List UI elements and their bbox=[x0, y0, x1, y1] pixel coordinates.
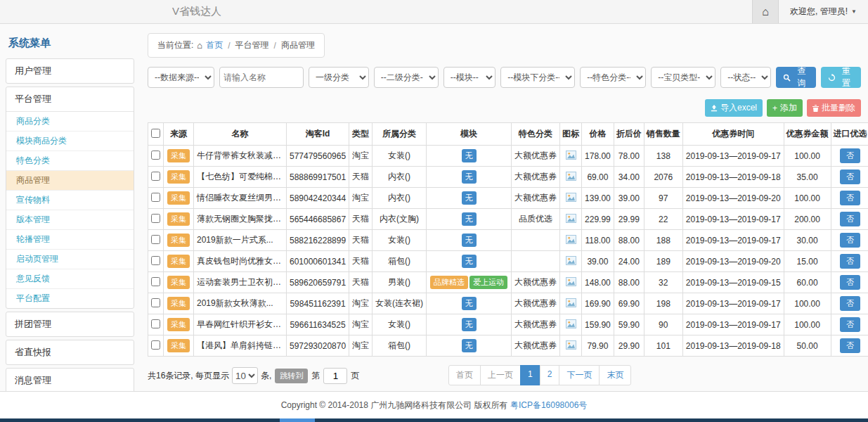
breadcrumb-home-link[interactable]: 首页 bbox=[206, 39, 223, 51]
name-search-input[interactable] bbox=[219, 67, 304, 88]
sidebar-subitem[interactable]: 商品管理 bbox=[6, 171, 134, 191]
source-badge: 采集 bbox=[167, 170, 190, 184]
module-cell: 无 bbox=[427, 167, 512, 188]
sidebar-subitem[interactable]: 版本管理 bbox=[6, 210, 134, 230]
coupon-time-cell: 2019-09-13—2019-09-20 bbox=[682, 251, 784, 272]
row-checkbox[interactable] bbox=[151, 298, 160, 307]
user-menu-button[interactable]: 欢迎您, 管理员! ▼ bbox=[779, 0, 868, 23]
breadcrumb-separator: / bbox=[228, 41, 230, 51]
sidebar-item[interactable]: 拼团管理 bbox=[6, 312, 134, 336]
search-button[interactable]: 查询 bbox=[776, 67, 816, 88]
page-2[interactable]: 2 bbox=[540, 365, 560, 385]
batch-delete-button[interactable]: 批量删除 bbox=[807, 99, 861, 117]
import-select-toggle[interactable]: 否 bbox=[840, 254, 860, 269]
module-subcategory-select[interactable]: --模块下分类-- bbox=[500, 67, 575, 88]
import-select-toggle[interactable]: 否 bbox=[840, 191, 860, 205]
import-select-toggle[interactable]: 否 bbox=[840, 212, 860, 226]
data-source-select[interactable]: --数据来源-- bbox=[148, 67, 214, 88]
sidebar-subitem[interactable]: 特色分类 bbox=[6, 151, 134, 171]
per-page-select[interactable]: 10 bbox=[232, 367, 258, 384]
row-checkbox[interactable] bbox=[151, 235, 160, 244]
table-footer: 共16条记录, 每页显示 10 条, 跳转到 第 页 首页 上一页 1 2 下一… bbox=[148, 365, 861, 386]
sidebar-subitem[interactable]: 轮播管理 bbox=[6, 230, 134, 250]
scrollbar-thumb[interactable] bbox=[280, 418, 315, 422]
page-footer: Copyright © 2014-2018 广州九驰网络科技有限公司 版权所有 … bbox=[0, 391, 868, 418]
coupon-amount-cell: 200.00 bbox=[784, 209, 831, 230]
sidebar-subitem[interactable]: 宣传物料 bbox=[6, 191, 134, 210]
coupon-amount-cell: 35.00 bbox=[784, 167, 831, 188]
page-number-input[interactable] bbox=[323, 368, 347, 384]
icp-link[interactable]: 粤ICP备16098006号 bbox=[510, 400, 587, 410]
reset-button[interactable]: 重置 bbox=[821, 67, 861, 88]
module-badge: 无 bbox=[462, 297, 477, 310]
source-badge: 采集 bbox=[167, 234, 190, 247]
import-select-toggle[interactable]: 否 bbox=[840, 170, 860, 184]
import-select-toggle[interactable]: 否 bbox=[840, 148, 860, 163]
row-checkbox[interactable] bbox=[151, 172, 160, 181]
row-checkbox[interactable] bbox=[151, 193, 160, 202]
source-cell: 采集 bbox=[164, 167, 194, 188]
sidebar-subitem[interactable]: 启动页管理 bbox=[6, 250, 134, 269]
price-cell: 139.00 bbox=[582, 188, 614, 209]
import-select-cell: 否 bbox=[831, 146, 868, 167]
feature-category-select[interactable]: --特色分类-- bbox=[580, 67, 646, 88]
row-checkbox[interactable] bbox=[151, 256, 160, 265]
sidebar-subitem[interactable]: 模块商品分类 bbox=[6, 132, 134, 151]
page-prev[interactable]: 上一页 bbox=[480, 365, 521, 385]
category-cell: 女装() bbox=[373, 146, 427, 167]
source-badge: 采集 bbox=[167, 212, 190, 226]
source-cell: 采集 bbox=[164, 293, 194, 314]
page-1[interactable]: 1 bbox=[520, 365, 540, 385]
sidebar-item-platform-management[interactable]: 平台管理 bbox=[6, 87, 134, 111]
price-cell: 39.00 bbox=[582, 251, 614, 272]
sidebar-item-user-management[interactable]: 用户管理 bbox=[6, 59, 134, 83]
import-select-toggle[interactable]: 否 bbox=[840, 296, 860, 311]
row-checkbox[interactable] bbox=[151, 151, 160, 160]
module-cell: 无 bbox=[427, 293, 512, 314]
import-select-toggle[interactable]: 否 bbox=[840, 233, 860, 248]
page-last[interactable]: 末页 bbox=[599, 365, 631, 385]
coupon-amount-cell: 100.00 bbox=[784, 188, 831, 209]
sidebar-title: 系统菜单 bbox=[6, 32, 134, 58]
col-import-select: 进口优选 bbox=[831, 123, 868, 146]
type-cell: 淘宝 bbox=[349, 314, 373, 335]
page-next[interactable]: 下一页 bbox=[559, 365, 600, 385]
import-select-cell: 否 bbox=[831, 209, 868, 230]
product-name: 薄款无钢圈文胸聚拢性... bbox=[194, 209, 287, 230]
row-checkbox[interactable] bbox=[151, 277, 160, 286]
category-level1-select[interactable]: 一级分类 bbox=[309, 67, 369, 88]
product-thumbnail-icon bbox=[566, 235, 576, 244]
row-checkbox[interactable] bbox=[151, 214, 160, 223]
module-badge: 无 bbox=[462, 170, 477, 184]
sidebar-item[interactable]: 省直快报 bbox=[6, 340, 134, 364]
add-button[interactable]: + 添加 bbox=[767, 99, 803, 117]
sidebar-subitem[interactable]: 商品分类 bbox=[6, 112, 134, 132]
home-button[interactable]: ⌂ bbox=[752, 0, 779, 23]
import-select-toggle[interactable]: 否 bbox=[840, 275, 860, 290]
module-badge: 无 bbox=[462, 318, 477, 331]
feature-cell: 大额优惠券 bbox=[512, 335, 560, 357]
page-first[interactable]: 首页 bbox=[448, 365, 481, 385]
price-cell: 178.00 bbox=[582, 146, 614, 167]
sidebar-item[interactable]: 消息管理 bbox=[6, 369, 134, 392]
import-excel-button[interactable]: 导入excel bbox=[705, 99, 763, 117]
icon-cell bbox=[560, 146, 582, 167]
select-all-checkbox[interactable] bbox=[151, 129, 160, 138]
item-type-select[interactable]: --宝贝类型-- bbox=[651, 67, 715, 88]
horizontal-scrollbar[interactable] bbox=[0, 418, 868, 422]
breadcrumb: 当前位置: ⌂ 首页 / 平台管理 / 商品管理 bbox=[148, 33, 325, 58]
coupon-time-cell: 2019-09-13—2019-09-20 bbox=[682, 188, 784, 209]
sidebar-subitem[interactable]: 平台配置 bbox=[6, 289, 134, 308]
import-select-cell: 否 bbox=[831, 335, 868, 357]
jump-button[interactable]: 跳转到 bbox=[275, 369, 308, 383]
status-select[interactable]: --状态-- bbox=[720, 67, 771, 88]
row-checkbox[interactable] bbox=[151, 319, 160, 328]
category-cell: 内衣() bbox=[373, 188, 427, 209]
category-level2-select[interactable]: --二级分类-- bbox=[374, 67, 439, 88]
module-select[interactable]: --模块-- bbox=[443, 67, 495, 88]
import-select-toggle[interactable]: 否 bbox=[840, 338, 860, 353]
filter-bar: --数据来源-- 一级分类 --二级分类-- --模块-- --模块下分类-- … bbox=[148, 67, 861, 88]
sidebar-subitem[interactable]: 意见反馈 bbox=[6, 269, 134, 289]
import-select-toggle[interactable]: 否 bbox=[840, 317, 860, 332]
row-checkbox[interactable] bbox=[151, 340, 160, 350]
